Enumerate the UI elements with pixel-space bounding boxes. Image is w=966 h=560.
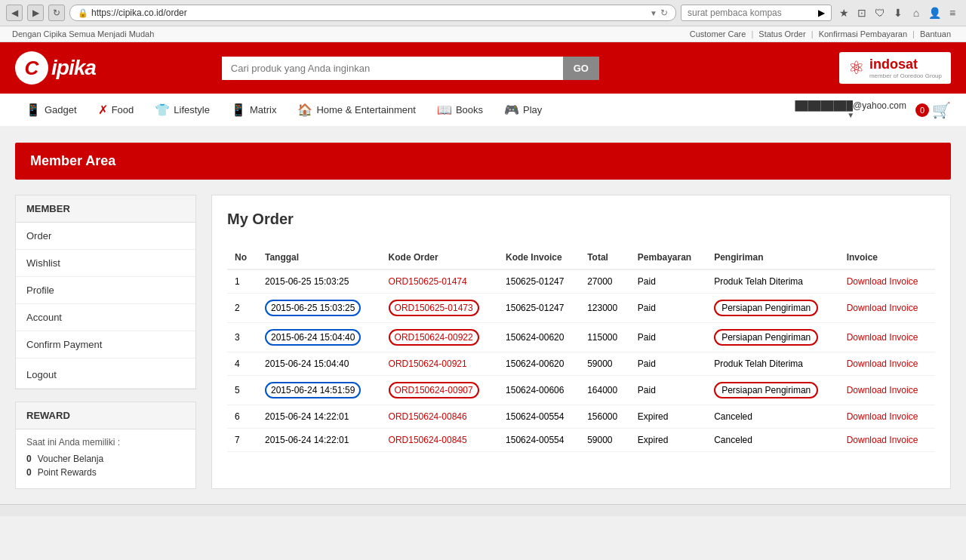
col-header-pembayaran: Pembayaran <box>630 246 706 269</box>
back-button[interactable]: ◀ <box>6 5 23 21</box>
user-dropdown-icon[interactable]: ▼ <box>795 111 906 119</box>
nav-item-books[interactable]: 📖 Books <box>426 94 494 126</box>
cart-area[interactable]: 0 🛒 <box>915 101 951 119</box>
cart-icon[interactable]: 🛒 <box>932 101 951 119</box>
shield-icon[interactable]: 🛡 <box>872 5 888 20</box>
search-button[interactable]: GO <box>563 57 599 80</box>
nav-label-lifestyle: Lifestyle <box>174 104 210 115</box>
play-icon: 🎮 <box>504 103 519 117</box>
user-info[interactable]: █████████@yahoo.com ▼ <box>795 100 906 119</box>
member-layout: MEMBER Order Wishlist Profile Account Co… <box>15 195 951 489</box>
kode-order-link[interactable]: ORD150624-00921 <box>389 358 467 369</box>
cell-no: 3 <box>227 323 257 352</box>
nav-item-home-entertainment[interactable]: 🏠 Home & Entertainment <box>287 94 426 126</box>
order-table: No Tanggal Kode Order Kode Invoice Total… <box>227 246 935 452</box>
col-header-kode-invoice: Kode Invoice <box>498 246 580 269</box>
reward-points-label: Point Rewards <box>38 467 97 478</box>
nav-label-play: Play <box>523 104 542 115</box>
nav-item-matrix[interactable]: 📱 Matrix <box>220 94 287 126</box>
person-icon[interactable]: 👤 <box>927 5 942 20</box>
logo[interactable]: C ipika <box>15 51 96 85</box>
browser-search-input[interactable] <box>688 8 818 18</box>
nav-label-books: Books <box>456 104 483 115</box>
menu-icon[interactable]: ≡ <box>945 5 960 20</box>
member-area-header: Member Area <box>15 143 951 180</box>
cell-kode-order: ORD150624-00846 <box>381 405 498 429</box>
sidebar-item-account[interactable]: Account <box>16 304 195 331</box>
cell-kode-order: ORD150624-00845 <box>381 429 498 452</box>
cell-tanggal: 2015-06-24 14:22:01 <box>257 429 381 452</box>
kode-order-link[interactable]: ORD150624-00907 <box>389 382 479 398</box>
nav-item-gadget[interactable]: 📱 Gadget <box>15 94 88 126</box>
cart-badge: 0 <box>915 103 929 117</box>
cell-invoice: Download Invoice <box>839 294 935 323</box>
download-invoice-link[interactable]: Download Invoice <box>847 303 918 313</box>
home-entertainment-icon: 🏠 <box>297 103 312 117</box>
table-row: 62015-06-24 14:22:01ORD150624-0084615062… <box>227 405 935 429</box>
sidebar-item-order[interactable]: Order <box>16 223 195 250</box>
home-icon[interactable]: ⌂ <box>909 5 924 20</box>
cell-kode-invoice: 150624-00554 <box>498 429 580 452</box>
cell-pembayaran: Expired <box>630 405 706 429</box>
kode-order-link[interactable]: ORD150625-01474 <box>389 276 467 287</box>
download-invoice-link[interactable]: Download Invoice <box>847 435 918 445</box>
kode-order-link[interactable]: ORD150624-00845 <box>389 435 467 445</box>
sidebar-item-logout[interactable]: Logout <box>16 362 195 389</box>
refresh-button[interactable]: ↻ <box>48 5 65 21</box>
download-invoice-link[interactable]: Download Invoice <box>847 332 918 343</box>
download-invoice-link[interactable]: Download Invoice <box>847 276 918 287</box>
top-link-bantuan[interactable]: Bantuan <box>920 29 951 38</box>
reward-voucher-count: 0 <box>26 454 32 464</box>
cell-invoice: Download Invoice <box>839 429 935 452</box>
cell-pembayaran: Expired <box>630 429 706 452</box>
search-go-icon[interactable]: ▶ <box>818 8 825 18</box>
sidebar-reward-title: REWARD <box>16 402 195 429</box>
reward-points-count: 0 <box>26 467 32 478</box>
cell-tanggal: 2015-06-24 14:51:59 <box>257 376 381 405</box>
nav-item-food[interactable]: ✗ Food <box>88 94 145 126</box>
top-link-customer-care[interactable]: Customer Care <box>690 29 746 38</box>
bookmark-icon[interactable]: ⊡ <box>854 5 869 20</box>
nav-item-play[interactable]: 🎮 Play <box>494 94 552 126</box>
cell-kode-invoice: 150625-01247 <box>498 269 580 294</box>
kode-order-link[interactable]: ORD150624-00922 <box>389 329 479 346</box>
cell-total: 27000 <box>580 269 630 294</box>
sidebar-item-profile[interactable]: Profile <box>16 277 195 304</box>
nav-item-lifestyle[interactable]: 👕 Lifestyle <box>144 94 220 126</box>
cell-total: 123000 <box>580 294 630 323</box>
nav-label-gadget: Gadget <box>45 104 77 115</box>
col-header-total: Total <box>580 246 630 269</box>
download-invoice-link[interactable]: Download Invoice <box>847 358 918 369</box>
cell-pembayaran: Paid <box>630 376 706 405</box>
table-row: 72015-06-24 14:22:01ORD150624-0084515062… <box>227 429 935 452</box>
cell-pembayaran: Paid <box>630 323 706 352</box>
food-icon: ✗ <box>98 103 108 117</box>
site-nav: 📱 Gadget ✗ Food 👕 Lifestyle 📱 Matrix 🏠 H… <box>0 94 966 128</box>
star-icon[interactable]: ★ <box>836 5 851 20</box>
download-invoice-link[interactable]: Download Invoice <box>847 385 918 395</box>
nav-right: █████████@yahoo.com ▼ 0 🛒 <box>795 100 951 119</box>
cell-total: 164000 <box>580 376 630 405</box>
sidebar-item-wishlist[interactable]: Wishlist <box>16 250 195 277</box>
table-row: 42015-06-24 15:04:40ORD150624-0092115062… <box>227 352 935 376</box>
search-input[interactable] <box>222 57 563 80</box>
cell-pengiriman: Canceled <box>706 429 838 452</box>
forward-button[interactable]: ▶ <box>27 5 44 21</box>
cell-no: 7 <box>227 429 257 452</box>
kode-order-link[interactable]: ORD150625-01473 <box>389 300 479 316</box>
sidebar-item-confirm-payment[interactable]: Confirm Payment <box>16 331 195 358</box>
cell-total: 156000 <box>580 405 630 429</box>
atom-icon: ⚛ <box>848 57 865 78</box>
download-icon[interactable]: ⬇ <box>891 5 906 20</box>
url-bar[interactable]: 🔒 https://cipika.co.id/order ▼ ↻ <box>69 5 676 21</box>
url-dropdown-icon[interactable]: ▼ <box>650 9 657 17</box>
url-refresh-icon[interactable]: ↻ <box>660 8 668 18</box>
cell-kode-order: ORD150624-00907 <box>381 376 498 405</box>
browser-search-bar[interactable]: ▶ <box>681 5 832 21</box>
col-header-pengiriman: Pengiriman <box>706 246 838 269</box>
download-invoice-link[interactable]: Download Invoice <box>847 411 918 422</box>
kode-order-link[interactable]: ORD150624-00846 <box>389 411 467 422</box>
top-link-konfirmasi[interactable]: Konfirmasi Pembayaran <box>819 29 907 38</box>
top-link-status-order[interactable]: Status Order <box>758 29 805 38</box>
reward-item-voucher: 0 Voucher Belanja <box>26 454 185 464</box>
